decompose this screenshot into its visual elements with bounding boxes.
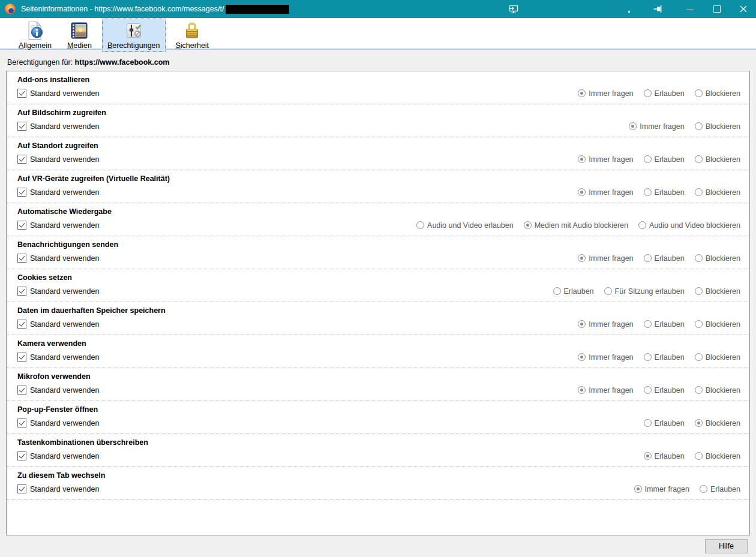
- radio-option[interactable]: Erlauben: [644, 89, 685, 98]
- radio-label: Erlauben: [564, 287, 594, 296]
- tab-label-sicherheit: Sicherheit: [176, 41, 209, 50]
- permission-title: Auf Standort zugreifen: [17, 141, 740, 150]
- checkbox-label: Standard verwenden: [30, 155, 99, 164]
- radio-option[interactable]: Immer fragen: [578, 89, 633, 98]
- use-default-checkbox[interactable]: Standard verwenden: [17, 122, 99, 131]
- use-default-checkbox[interactable]: Standard verwenden: [17, 451, 99, 460]
- radio-option[interactable]: Medien mit Audio blockieren: [524, 221, 628, 230]
- radio-selected-icon: [634, 485, 642, 493]
- radio-option[interactable]: Blockieren: [695, 155, 740, 164]
- close-icon[interactable]: [740, 5, 747, 13]
- radio-label: Immer fragen: [589, 320, 633, 329]
- radio-option[interactable]: Immer fragen: [578, 254, 633, 263]
- radio-option[interactable]: Für Sitzung erlauben: [604, 287, 685, 296]
- radio-label: Blockieren: [706, 386, 740, 395]
- tab-medien[interactable]: Medien: [62, 19, 97, 52]
- radio-option[interactable]: Erlauben: [644, 320, 685, 329]
- use-default-checkbox[interactable]: Standard verwenden: [17, 320, 99, 329]
- radio-label: Erlauben: [655, 386, 685, 395]
- radio-option[interactable]: Blockieren: [695, 89, 740, 98]
- minimize-icon[interactable]: [686, 10, 694, 10]
- radio-option[interactable]: Erlauben: [644, 155, 685, 164]
- maximize-icon[interactable]: [713, 5, 721, 13]
- pageinfo-toolbar: Allgemein Medien: [0, 18, 756, 50]
- radio-label: Immer fragen: [589, 254, 633, 263]
- radio-option[interactable]: Erlauben: [644, 419, 685, 427]
- radio-option[interactable]: Erlauben: [644, 353, 685, 362]
- checkbox-label: Standard verwenden: [30, 452, 99, 460]
- help-button[interactable]: Hilfe: [705, 539, 748, 553]
- tab-label-berechtigungen: Berechtigungen: [107, 41, 160, 50]
- radio-label: Immer fragen: [589, 89, 633, 98]
- use-default-checkbox[interactable]: Standard verwenden: [17, 155, 99, 164]
- radio-option[interactable]: Blockieren: [695, 287, 740, 296]
- radio-option[interactable]: Blockieren: [695, 254, 740, 263]
- radio-option[interactable]: Blockieren: [695, 122, 740, 131]
- radio-icon: [644, 254, 652, 262]
- checkbox-checked-icon: [17, 386, 26, 395]
- radio-option[interactable]: Blockieren: [695, 452, 740, 460]
- radio-label: Erlauben: [655, 419, 685, 427]
- pin-icon[interactable]: [653, 5, 663, 13]
- permission-row: Benachrichtigungen senden Standard verwe…: [7, 236, 749, 269]
- use-default-checkbox[interactable]: Standard verwenden: [17, 254, 99, 263]
- radio-label: Blockieren: [706, 122, 740, 131]
- titlebar: Seiteninformationen - https://www.facebo…: [0, 0, 756, 18]
- radio-selected-icon: [644, 452, 652, 460]
- radio-option[interactable]: Audio und Video erlauben: [416, 221, 514, 230]
- radio-label: Immer fragen: [589, 386, 633, 395]
- radio-option[interactable]: Erlauben: [700, 485, 740, 493]
- radio-option[interactable]: Immer fragen: [578, 353, 633, 362]
- use-default-checkbox[interactable]: Standard verwenden: [17, 287, 99, 296]
- use-default-checkbox[interactable]: Standard verwenden: [17, 188, 99, 197]
- security-lock-icon: [182, 21, 202, 40]
- radio-label: Erlauben: [655, 89, 685, 98]
- radio-option[interactable]: Erlauben: [553, 287, 594, 296]
- checkbox-checked-icon: [17, 221, 26, 230]
- radio-option[interactable]: Blockieren: [695, 353, 740, 362]
- radio-option[interactable]: Erlauben: [644, 188, 685, 197]
- radio-option[interactable]: Blockieren: [695, 386, 740, 395]
- checkbox-checked-icon: [17, 451, 26, 460]
- radio-option[interactable]: Erlauben: [644, 386, 685, 395]
- radio-label: Blockieren: [706, 254, 740, 263]
- radio-option[interactable]: Immer fragen: [634, 485, 689, 493]
- radio-option[interactable]: Audio und Video blockieren: [638, 221, 740, 230]
- radio-icon: [695, 188, 703, 196]
- window-title: Seiteninformationen - https://www.facebo…: [21, 5, 224, 13]
- permission-row: Zu diesem Tab wechseln Standard verwende…: [7, 467, 749, 500]
- redaction-box: [226, 5, 289, 14]
- firefox-icon[interactable]: [5, 4, 16, 14]
- use-default-checkbox[interactable]: Standard verwenden: [17, 418, 99, 427]
- permission-title: Automatische Wiedergabe: [17, 207, 740, 216]
- tab-allgemein[interactable]: Allgemein: [13, 19, 57, 52]
- screen-share-icon[interactable]: [509, 5, 519, 14]
- radio-option[interactable]: Blockieren: [695, 419, 740, 427]
- radio-label: Audio und Video erlauben: [427, 221, 514, 230]
- radio-option[interactable]: Immer fragen: [578, 386, 633, 395]
- radio-option[interactable]: Immer fragen: [578, 320, 633, 329]
- permission-row: Tastenkombinationen überschreiben Standa…: [7, 434, 749, 467]
- use-default-checkbox[interactable]: Standard verwenden: [17, 221, 99, 230]
- radio-option[interactable]: Immer fragen: [629, 122, 684, 131]
- tab-label-allgemein: Allgemein: [19, 41, 52, 50]
- use-default-checkbox[interactable]: Standard verwenden: [17, 386, 99, 395]
- use-default-checkbox[interactable]: Standard verwenden: [17, 484, 99, 493]
- permission-controls: Standard verwenden Immer fragenErlauben: [17, 484, 740, 493]
- radio-option[interactable]: Blockieren: [695, 320, 740, 329]
- tab-berechtigungen[interactable]: Berechtigungen: [102, 19, 166, 52]
- radio-option[interactable]: Immer fragen: [578, 155, 633, 164]
- radio-group: Immer fragenErlauben: [634, 485, 740, 493]
- use-default-checkbox[interactable]: Standard verwenden: [17, 89, 99, 98]
- radio-option[interactable]: Immer fragen: [578, 188, 633, 197]
- tab-sicherheit[interactable]: Sicherheit: [170, 19, 215, 52]
- radio-label: Blockieren: [706, 353, 740, 362]
- permission-row: Auf Bildschirm zugreifen Standard verwen…: [7, 104, 749, 137]
- checkbox-checked-icon: [17, 418, 26, 427]
- permission-title: Mikrofon verwenden: [17, 372, 740, 381]
- radio-option[interactable]: Erlauben: [644, 254, 685, 263]
- use-default-checkbox[interactable]: Standard verwenden: [17, 353, 99, 362]
- radio-option[interactable]: Blockieren: [695, 188, 740, 197]
- radio-option[interactable]: Erlauben: [644, 452, 685, 460]
- permission-controls: Standard verwenden Immer fragenErlaubenB…: [17, 188, 740, 197]
